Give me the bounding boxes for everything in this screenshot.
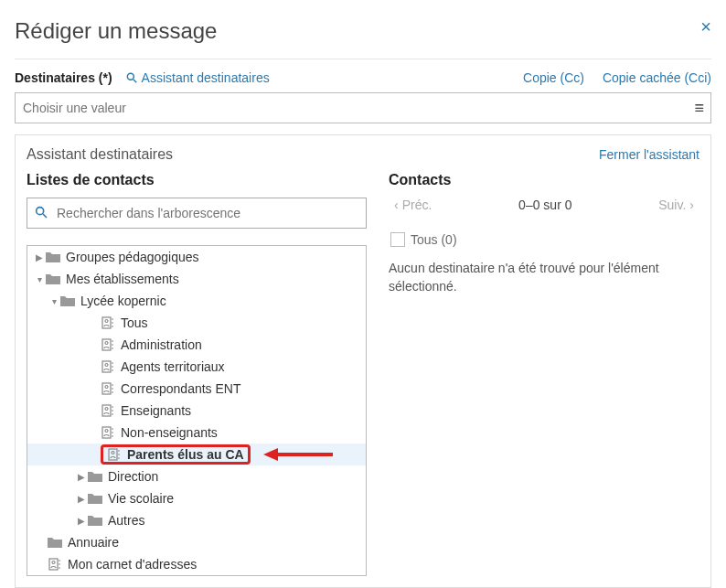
folder-icon bbox=[88, 492, 102, 505]
tree-label: Mes établissements bbox=[66, 272, 179, 286]
svg-line-3 bbox=[43, 214, 47, 218]
next-button[interactable]: Suiv. › bbox=[658, 198, 694, 212]
folder-icon bbox=[46, 273, 60, 285]
assistant-link[interactable]: Assistant destinataires bbox=[125, 70, 270, 85]
tree-label: Mon carnet d'adresses bbox=[68, 557, 197, 572]
tree-item-vie-scolaire[interactable]: ▶ Vie scolaire bbox=[27, 487, 366, 509]
assistant-title: Assistant destinataires bbox=[27, 146, 173, 163]
contact-tree: ▶ Groupes pédagogiques ▾ Mes établisseme… bbox=[27, 245, 367, 576]
tree-item-etablissements[interactable]: ▾ Mes établissements bbox=[27, 268, 366, 290]
contacts-icon bbox=[101, 382, 115, 395]
prev-label: Préc. bbox=[402, 198, 432, 212]
prev-button[interactable]: ‹ Préc. bbox=[394, 198, 432, 212]
folder-icon bbox=[60, 294, 75, 307]
next-label: Suiv. bbox=[658, 198, 686, 212]
tree-item-direction[interactable]: ▶ Direction bbox=[27, 465, 366, 487]
pager-range: 0–0 sur 0 bbox=[518, 198, 571, 212]
svg-line-1 bbox=[133, 80, 136, 83]
folder-icon bbox=[88, 514, 102, 527]
folder-icon bbox=[46, 251, 60, 263]
tree-item-annuaire[interactable]: Annuaire bbox=[27, 531, 366, 553]
tree-item-correspondants[interactable]: Correspondants ENT bbox=[27, 378, 366, 400]
svg-point-0 bbox=[127, 73, 133, 80]
tree-label: Tous bbox=[121, 315, 148, 330]
tree-item-autres[interactable]: ▶ Autres bbox=[27, 509, 366, 531]
contacts-icon bbox=[101, 360, 115, 373]
contacts-icon bbox=[101, 316, 115, 329]
empty-message: Aucun destinataire n'a été trouvé pour l… bbox=[389, 260, 699, 295]
svg-point-42 bbox=[52, 561, 55, 564]
bcc-link[interactable]: Copie cachée (Cci) bbox=[603, 70, 711, 85]
tree-item-agents[interactable]: Agents territoriaux bbox=[27, 356, 366, 378]
tree-label: Non-enseignants bbox=[121, 425, 218, 440]
svg-point-10 bbox=[105, 342, 108, 345]
svg-marker-40 bbox=[263, 448, 278, 461]
chevron-right-icon: › bbox=[689, 198, 694, 212]
svg-point-5 bbox=[105, 320, 108, 323]
highlight-annotation: Parents élus au CA bbox=[101, 444, 251, 465]
chevron-right-icon: ▶ bbox=[75, 516, 88, 526]
tree-label: Agents territoriaux bbox=[121, 359, 225, 374]
tree-label: Parents élus au CA bbox=[127, 447, 244, 462]
tree-label: Correspondants ENT bbox=[121, 381, 241, 396]
tree-label: Groupes pédagogiques bbox=[66, 250, 199, 264]
svg-point-35 bbox=[112, 452, 114, 454]
contacts-icon bbox=[48, 558, 62, 571]
close-assistant-link[interactable]: Fermer l'assistant bbox=[599, 147, 699, 162]
tree-item-parents-ca[interactable]: Parents élus au CA bbox=[27, 444, 366, 465]
tree-item-carnet[interactable]: Mon carnet d'adresses bbox=[27, 553, 366, 575]
recipients-input[interactable] bbox=[15, 92, 711, 123]
chevron-down-icon: ▾ bbox=[33, 274, 46, 284]
svg-point-15 bbox=[105, 364, 108, 367]
search-icon bbox=[34, 205, 48, 219]
contacts-icon bbox=[101, 426, 115, 439]
tree-label: Autres bbox=[108, 513, 144, 528]
tree-label: Annuaire bbox=[68, 535, 119, 550]
select-all-checkbox[interactable] bbox=[390, 232, 405, 247]
tree-item-tous[interactable]: Tous bbox=[27, 312, 366, 334]
svg-point-2 bbox=[37, 208, 44, 215]
tree-search-input[interactable] bbox=[27, 198, 367, 229]
tree-item-groupes[interactable]: ▶ Groupes pédagogiques bbox=[27, 246, 366, 268]
select-all-label: Tous (0) bbox=[411, 232, 457, 247]
close-icon[interactable]: × bbox=[700, 16, 711, 37]
chevron-left-icon: ‹ bbox=[394, 198, 399, 212]
contacts-icon bbox=[101, 338, 115, 351]
contacts-icon bbox=[101, 404, 115, 417]
chevron-down-icon: ▾ bbox=[48, 296, 60, 306]
folder-icon bbox=[48, 536, 62, 549]
svg-point-30 bbox=[105, 430, 108, 433]
contacts-title: Contacts bbox=[389, 172, 699, 188]
chevron-right-icon: ▶ bbox=[33, 252, 46, 262]
tree-label: Lycée kopernic bbox=[80, 294, 166, 308]
tree-item-lycee[interactable]: ▾ Lycée kopernic bbox=[27, 290, 366, 312]
contacts-icon bbox=[107, 448, 122, 461]
assistant-link-label: Assistant destinataires bbox=[142, 70, 270, 85]
tree-label: Vie scolaire bbox=[108, 491, 174, 506]
divider bbox=[15, 59, 711, 59]
contact-lists-title: Listes de contacts bbox=[27, 172, 367, 188]
svg-point-20 bbox=[105, 386, 108, 389]
tree-item-administration[interactable]: Administration bbox=[27, 334, 366, 356]
svg-point-25 bbox=[105, 408, 108, 411]
folder-icon bbox=[88, 470, 102, 483]
arrow-annotation-icon bbox=[262, 445, 335, 464]
tree-item-enseignants[interactable]: Enseignants bbox=[27, 400, 366, 422]
cc-link[interactable]: Copie (Cc) bbox=[523, 70, 584, 85]
recipients-label: Destinataires (*) bbox=[15, 70, 112, 85]
tree-label: Direction bbox=[108, 469, 158, 484]
modal-title: Rédiger un message bbox=[15, 11, 711, 44]
tree-label: Administration bbox=[121, 337, 202, 352]
search-icon bbox=[125, 71, 138, 84]
chevron-right-icon: ▶ bbox=[75, 494, 88, 504]
tree-label: Enseignants bbox=[121, 403, 191, 418]
chevron-right-icon: ▶ bbox=[75, 472, 88, 482]
tree-item-non-enseignants[interactable]: Non-enseignants bbox=[27, 422, 366, 444]
